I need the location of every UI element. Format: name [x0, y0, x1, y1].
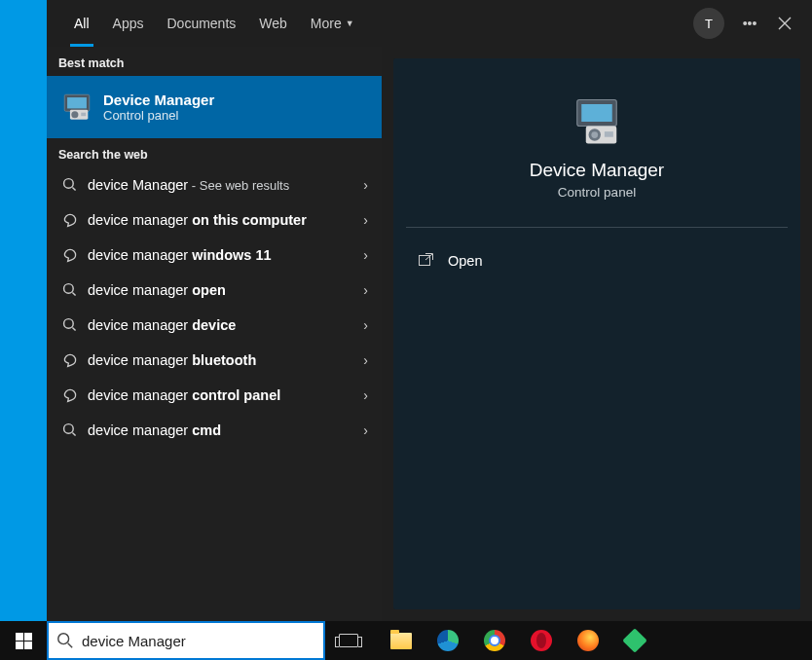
web-result-text: device Manager - See web results [84, 177, 289, 193]
tab-apps[interactable]: Apps [101, 0, 156, 47]
chevron-right-icon: › [363, 352, 368, 368]
web-result-row[interactable]: device Manager - See web results› [47, 167, 382, 202]
web-result-row[interactable]: device manager on this computer› [47, 202, 382, 238]
svg-rect-1 [67, 97, 87, 108]
search-input[interactable] [82, 633, 315, 649]
taskbar-app-chrome[interactable] [471, 621, 518, 660]
svg-point-7 [64, 319, 74, 329]
chevron-right-icon: › [363, 422, 368, 438]
options-button[interactable]: ••• [732, 6, 767, 41]
close-button[interactable] [767, 6, 802, 41]
taskbar [0, 621, 812, 660]
web-result-text: device manager open [84, 282, 226, 298]
search-header: All Apps Documents Web More▼ T ••• [47, 0, 812, 47]
web-result-row[interactable]: device manager bluetooth› [47, 343, 382, 378]
chat-icon [56, 387, 84, 403]
svg-point-13 [591, 131, 598, 138]
detail-subtitle: Control panel [558, 185, 636, 200]
search-icon [56, 177, 84, 193]
task-view-button[interactable] [325, 621, 372, 660]
web-result-row[interactable]: device manager control panel› [47, 378, 382, 413]
web-result-text: device manager cmd [84, 422, 221, 438]
chat-icon [56, 212, 84, 228]
svg-rect-4 [81, 113, 86, 117]
web-result-text: device manager device [84, 317, 236, 333]
ellipsis-icon: ••• [743, 16, 757, 31]
chat-icon [56, 352, 84, 368]
taskbar-app-generic[interactable] [611, 621, 658, 660]
opera-icon [531, 630, 552, 651]
user-avatar[interactable]: T [693, 8, 724, 39]
taskbar-app-file-explorer[interactable] [378, 621, 424, 660]
results-list: Best match Device Manager Control panel … [47, 47, 382, 621]
web-result-text: device manager bluetooth [84, 352, 256, 368]
svg-rect-14 [605, 131, 613, 137]
edge-icon [437, 630, 459, 651]
action-label: Open [442, 253, 482, 269]
taskbar-search-box[interactable] [47, 621, 325, 660]
taskbar-app-opera[interactable] [518, 621, 565, 660]
tab-web[interactable]: Web [247, 0, 299, 47]
detail-title: Device Manager [530, 160, 664, 181]
firefox-icon [577, 630, 599, 651]
web-result-row[interactable]: device manager device› [47, 308, 382, 343]
device-manager-icon [60, 91, 93, 124]
chevron-right-icon: › [363, 247, 368, 263]
search-icon [56, 422, 84, 438]
windows-search-panel: All Apps Documents Web More▼ T ••• Best … [47, 0, 812, 621]
chevron-right-icon: › [363, 317, 368, 333]
close-icon [778, 17, 792, 30]
web-result-row[interactable]: device manager open› [47, 273, 382, 308]
taskbar-app-firefox[interactable] [565, 621, 611, 660]
search-icon [56, 632, 74, 649]
svg-rect-10 [581, 104, 612, 122]
tab-all[interactable]: All [62, 0, 101, 47]
section-best-match: Best match [47, 47, 382, 76]
search-icon [56, 282, 84, 298]
device-manager-icon [571, 95, 623, 148]
folder-icon [390, 633, 412, 649]
chevron-right-icon: › [363, 212, 368, 228]
web-result-text: device manager control panel [84, 387, 280, 403]
chevron-right-icon: › [363, 387, 368, 403]
taskview-icon [339, 634, 358, 647]
web-result-text: device manager windows 11 [84, 247, 272, 263]
desktop-background [0, 0, 47, 621]
svg-point-3 [71, 111, 78, 118]
svg-point-6 [64, 284, 74, 294]
filter-tabs: All Apps Documents Web More▼ [47, 0, 366, 47]
result-subtitle: Control panel [103, 108, 214, 123]
chevron-right-icon: › [363, 282, 368, 298]
section-search-web: Search the web [47, 138, 382, 167]
diamond-icon [622, 628, 646, 652]
chrome-icon [484, 630, 505, 651]
detail-panel: Device Manager Control panel Open [393, 58, 800, 609]
result-best-match[interactable]: Device Manager Control panel [47, 76, 382, 138]
taskbar-app-edge[interactable] [424, 621, 471, 660]
svg-point-16 [58, 634, 69, 644]
open-icon [419, 253, 442, 269]
chevron-down-icon: ▼ [346, 18, 354, 28]
web-result-text: device manager on this computer [84, 212, 307, 228]
tab-documents[interactable]: Documents [155, 0, 247, 47]
svg-point-8 [64, 424, 74, 434]
search-icon [56, 317, 84, 333]
tab-more[interactable]: More▼ [299, 0, 366, 47]
result-title: Device Manager [103, 92, 214, 108]
svg-point-5 [64, 179, 74, 189]
chevron-right-icon: › [363, 177, 368, 193]
web-result-row[interactable]: device manager windows 11› [47, 238, 382, 273]
web-result-row[interactable]: device manager cmd› [47, 413, 382, 448]
start-button[interactable] [0, 621, 47, 660]
chat-icon [56, 247, 84, 263]
action-open[interactable]: Open [393, 241, 800, 280]
windows-icon [16, 633, 32, 649]
